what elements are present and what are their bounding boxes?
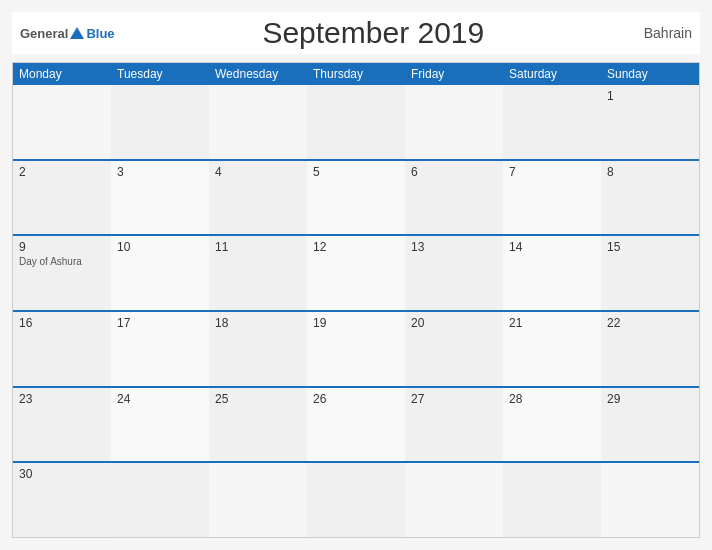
day-cell-6-2: [111, 463, 209, 537]
day-cell-1-3: [209, 85, 307, 159]
day-cell-4-4: 19: [307, 312, 405, 386]
day-cell-5-7: 29: [601, 388, 699, 462]
day-number-21: 21: [509, 316, 595, 330]
day-number-10: 10: [117, 240, 203, 254]
day-number-6: 6: [411, 165, 497, 179]
week-row-6: 30: [13, 461, 699, 537]
day-cell-3-2: 10: [111, 236, 209, 310]
day-cell-4-2: 17: [111, 312, 209, 386]
week-row-1: 1: [13, 85, 699, 159]
days-header: Monday Tuesday Wednesday Thursday Friday…: [13, 63, 699, 85]
holiday-label: Day of Ashura: [19, 256, 105, 267]
header: General Blue September 2019 Bahrain: [12, 12, 700, 54]
day-number-22: 22: [607, 316, 693, 330]
day-cell-3-6: 14: [503, 236, 601, 310]
day-cell-6-4: [307, 463, 405, 537]
week-row-4: 16171819202122: [13, 310, 699, 386]
day-number-17: 17: [117, 316, 203, 330]
day-cell-1-2: [111, 85, 209, 159]
week-row-5: 23242526272829: [13, 386, 699, 462]
header-friday: Friday: [405, 63, 503, 85]
day-number-9: 9: [19, 240, 105, 254]
day-cell-6-3: [209, 463, 307, 537]
day-number-29: 29: [607, 392, 693, 406]
day-cell-4-7: 22: [601, 312, 699, 386]
country-label: Bahrain: [632, 25, 692, 41]
day-cell-3-1: 9Day of Ashura: [13, 236, 111, 310]
day-cell-6-5: [405, 463, 503, 537]
logo-blue-text: Blue: [86, 26, 114, 41]
day-number-12: 12: [313, 240, 399, 254]
week-row-2: 2345678: [13, 159, 699, 235]
day-number-5: 5: [313, 165, 399, 179]
logo-general-text: General: [20, 26, 68, 41]
day-cell-2-4: 5: [307, 161, 405, 235]
day-cell-4-6: 21: [503, 312, 601, 386]
header-tuesday: Tuesday: [111, 63, 209, 85]
logo-triangle-icon: [70, 27, 84, 39]
day-cell-2-7: 8: [601, 161, 699, 235]
day-number-19: 19: [313, 316, 399, 330]
day-cell-1-1: [13, 85, 111, 159]
header-sunday: Sunday: [601, 63, 699, 85]
day-number-27: 27: [411, 392, 497, 406]
day-cell-4-1: 16: [13, 312, 111, 386]
day-cell-1-6: [503, 85, 601, 159]
page: General Blue September 2019 Bahrain Mond…: [0, 0, 712, 550]
day-cell-5-3: 25: [209, 388, 307, 462]
day-cell-6-6: [503, 463, 601, 537]
header-monday: Monday: [13, 63, 111, 85]
day-number-4: 4: [215, 165, 301, 179]
day-cell-5-5: 27: [405, 388, 503, 462]
day-cell-5-1: 23: [13, 388, 111, 462]
header-saturday: Saturday: [503, 63, 601, 85]
day-number-1: 1: [607, 89, 693, 103]
day-cell-5-2: 24: [111, 388, 209, 462]
day-cell-1-5: [405, 85, 503, 159]
day-number-28: 28: [509, 392, 595, 406]
day-cell-4-3: 18: [209, 312, 307, 386]
day-cell-2-6: 7: [503, 161, 601, 235]
day-number-20: 20: [411, 316, 497, 330]
calendar-title: September 2019: [115, 16, 632, 50]
calendar-body: 123456789Day of Ashura101112131415161718…: [13, 85, 699, 537]
day-cell-6-7: [601, 463, 699, 537]
day-cell-5-6: 28: [503, 388, 601, 462]
logo: General Blue: [20, 26, 115, 41]
day-number-7: 7: [509, 165, 595, 179]
day-cell-1-4: [307, 85, 405, 159]
day-cell-6-1: 30: [13, 463, 111, 537]
week-row-3: 9Day of Ashura101112131415: [13, 234, 699, 310]
day-number-15: 15: [607, 240, 693, 254]
day-cell-5-4: 26: [307, 388, 405, 462]
day-cell-2-2: 3: [111, 161, 209, 235]
day-cell-2-5: 6: [405, 161, 503, 235]
day-number-13: 13: [411, 240, 497, 254]
day-cell-3-7: 15: [601, 236, 699, 310]
day-number-23: 23: [19, 392, 105, 406]
day-number-8: 8: [607, 165, 693, 179]
day-cell-1-7: 1: [601, 85, 699, 159]
day-number-11: 11: [215, 240, 301, 254]
day-number-3: 3: [117, 165, 203, 179]
day-number-24: 24: [117, 392, 203, 406]
calendar: Monday Tuesday Wednesday Thursday Friday…: [12, 62, 700, 538]
day-cell-3-3: 11: [209, 236, 307, 310]
header-thursday: Thursday: [307, 63, 405, 85]
day-cell-3-5: 13: [405, 236, 503, 310]
day-number-18: 18: [215, 316, 301, 330]
day-number-30: 30: [19, 467, 105, 481]
day-cell-2-3: 4: [209, 161, 307, 235]
day-number-14: 14: [509, 240, 595, 254]
day-cell-4-5: 20: [405, 312, 503, 386]
day-number-2: 2: [19, 165, 105, 179]
day-cell-2-1: 2: [13, 161, 111, 235]
day-cell-3-4: 12: [307, 236, 405, 310]
day-number-26: 26: [313, 392, 399, 406]
day-number-25: 25: [215, 392, 301, 406]
day-number-16: 16: [19, 316, 105, 330]
header-wednesday: Wednesday: [209, 63, 307, 85]
